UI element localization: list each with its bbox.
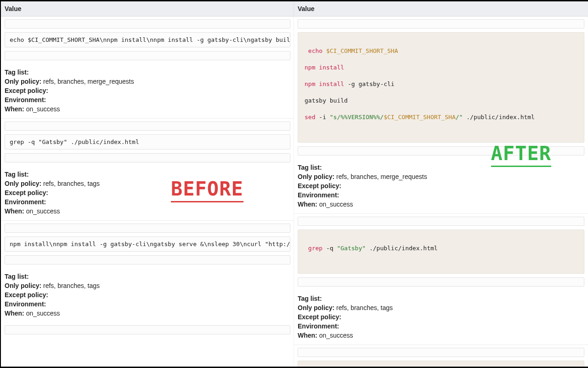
before-panel: Value echo $CI_COMMIT_SHORT_SHA\nnpm ins… [0,1,294,367]
comparison-container: Value echo $CI_COMMIT_SHORT_SHA\nnpm ins… [0,0,588,368]
code-line: sed -i "s/%%VERSION%%/$CI_COMMIT_SHORT_S… [305,112,577,122]
code-text: grep -q "Gatsby" ./public/index.html [10,138,139,145]
tag-list-label: Tag list: [298,295,322,302]
except-policy-label: Except policy: [5,189,48,196]
when-value: on_success [26,105,60,113]
code-box-after-1: echo $CI_COMMIT_SHORT_SHA npm install np… [298,32,584,143]
after-panel: Value echo $CI_COMMIT_SHORT_SHA npm inst… [294,1,588,367]
only-policy-value: refs, branches, merge_requests [43,78,134,85]
code-box-after-2: grep -q "Gatsby" ./public/index.html [298,230,584,274]
tag-list-label: Tag list: [5,69,29,76]
when-value: on_success [26,207,60,215]
code-text: echo $CI_COMMIT_SHORT_SHA\nnpm install\n… [10,36,290,43]
empty-cell [5,255,290,264]
when-label: When: [298,332,317,339]
code-box-before-2: grep -q "Gatsby" ./public/index.html [5,134,290,150]
only-policy-label: Only policy: [5,78,41,85]
tag-list-label: Tag list: [5,273,29,280]
code-box-before-1: echo $CI_COMMIT_SHORT_SHA\nnpm install\n… [5,32,290,47]
except-policy-label: Except policy: [298,313,341,321]
when-label: When: [5,105,24,113]
only-policy-value: refs, branches, tags [336,304,393,311]
empty-cell [298,277,584,287]
code-line: npm install -g gatsby-cli [305,79,577,89]
empty-cell [5,121,290,131]
when-label: When: [5,310,24,317]
only-policy-label: Only policy: [298,173,334,180]
meta-block: Tag list: Only policy: refs, branches, t… [1,270,294,322]
environment-label: Environment: [298,322,339,330]
tag-list-label: Tag list: [298,164,322,171]
tag-list-label: Tag list: [5,171,29,178]
environment-label: Environment: [298,191,339,199]
column-header: Value [294,1,588,17]
code-box-after-3: npm install npm install -g gatsby-cli ga… [298,361,584,367]
except-policy-label: Except policy: [5,291,48,299]
when-value: on_success [319,332,353,339]
code-box-before-3: npm install\nnpm install -g gatsby-cli\n… [5,236,290,252]
only-policy-value: refs, branches, tags [43,180,100,187]
only-policy-value: refs, branches, tags [43,282,100,289]
empty-cell [5,224,290,233]
code-line: npm install [305,63,577,72]
code-text: npm install\nnpm install -g gatsby-cli\n… [10,241,290,247]
empty-cell [5,19,290,29]
meta-block: Tag list: Only policy: refs, branches, m… [294,161,588,214]
column-header-label: Value [5,5,22,12]
meta-block: Tag list: Only policy: refs, branches, m… [1,66,294,119]
except-policy-label: Except policy: [5,87,48,94]
when-value: on_success [319,201,353,208]
after-overlay-label: AFTER [491,142,551,167]
meta-block: Tag list: Only policy: refs, branches, t… [294,292,588,345]
column-header: Value [1,1,294,17]
only-policy-label: Only policy: [298,304,334,311]
empty-cell [5,325,290,334]
when-label: When: [5,207,24,215]
empty-cell [298,217,584,226]
except-policy-label: Except policy: [298,182,341,190]
code-line: gatsby build [305,96,577,105]
empty-cell [298,348,584,357]
before-overlay-label: BEFORE [171,178,243,202]
environment-label: Environment: [5,300,46,308]
environment-label: Environment: [5,96,46,104]
only-policy-label: Only policy: [5,282,41,289]
only-policy-value: refs, branches, merge_requests [336,173,427,180]
meta-block: Tag list: Only policy: refs, branches, t… [1,168,294,221]
only-policy-label: Only policy: [5,180,41,187]
empty-cell [298,19,584,29]
empty-cell [5,153,290,162]
when-value: on_success [26,310,60,317]
empty-cell [5,51,290,60]
code-line: grep -q "Gatsby" ./public/index.html [305,243,577,253]
column-header-label: Value [298,5,315,12]
environment-label: Environment: [5,198,46,206]
when-label: When: [298,201,317,208]
code-line: echo $CI_COMMIT_SHORT_SHA [305,46,577,56]
